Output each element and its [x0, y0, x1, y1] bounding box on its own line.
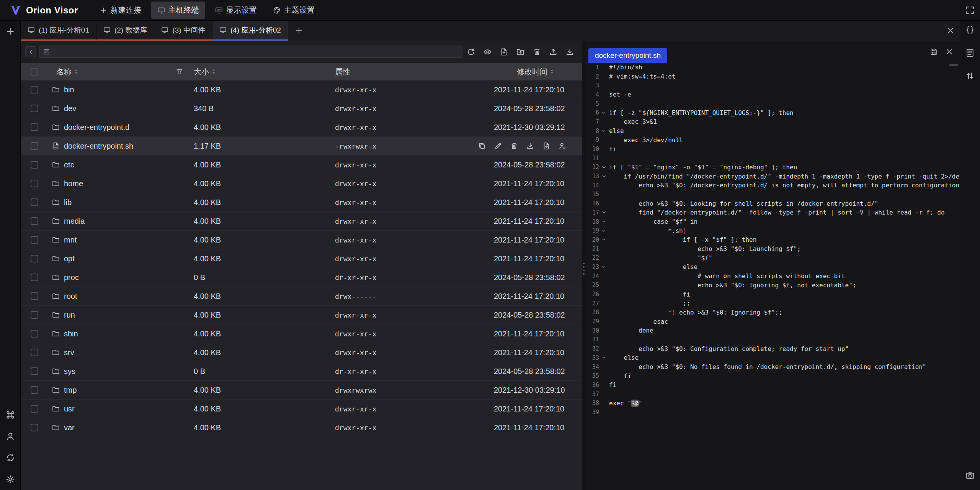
table-row[interactable]: usr4.00 KBdrwxr-xr-x2021-11-24 17:20:10: [21, 400, 582, 418]
code-line[interactable]: 38exec "$@": [586, 398, 960, 408]
code-line[interactable]: 20 if [ -x "$f" ]; then: [586, 235, 960, 244]
fold-chevron-down-icon[interactable]: [599, 237, 608, 242]
sort-name[interactable]: [75, 69, 78, 74]
terminal-tab-1[interactable]: (1) 应用-分析01: [21, 21, 96, 41]
trash-icon[interactable]: [533, 48, 541, 56]
row-checkbox[interactable]: [31, 424, 38, 431]
code-line[interactable]: 34 echo >&3 "$0: No files found in /dock…: [586, 362, 960, 372]
fold-chevron-down-icon[interactable]: [599, 228, 608, 233]
table-row[interactable]: opt4.00 KBdrwxr-xr-x2021-11-24 17:20:10: [21, 249, 582, 268]
table-row[interactable]: docker-entrypoint.sh1.17 KB-rwxrwxr-x: [21, 137, 582, 156]
table-row[interactable]: docker-entrypoint.d4.00 KBdrwxr-xr-x2021…: [21, 118, 582, 137]
code-line[interactable]: 17 find "/docker-entrypoint.d/" -follow …: [586, 208, 960, 217]
row-checkbox[interactable]: [31, 123, 38, 131]
terminal-tab-4[interactable]: (4) 应用-分析02: [212, 21, 288, 41]
row-checkbox[interactable]: [31, 367, 38, 375]
table-row[interactable]: bin4.00 KBdrwxr-xr-x2021-11-24 17:20:10: [21, 80, 582, 99]
doclist-icon[interactable]: [965, 48, 975, 57]
code-line[interactable]: 24 # warn on shell scripts without exec …: [586, 272, 960, 281]
code-line[interactable]: 33 else: [586, 353, 960, 362]
folder-plus-icon[interactable]: [516, 48, 524, 56]
table-row[interactable]: dev340 Bdrwxr-xr-x2024-05-28 23:58:02: [21, 99, 582, 118]
fold-chevron-down-icon[interactable]: [599, 210, 608, 215]
braces-icon[interactable]: [965, 25, 975, 34]
code-line[interactable]: 21 echo >&3 "$0: Launching $f";: [586, 244, 960, 254]
row-checkbox[interactable]: [31, 217, 38, 225]
upload-icon[interactable]: [549, 48, 557, 56]
code-line[interactable]: 16 echo >&3 "$0: Looking for shell scrip…: [586, 199, 960, 208]
new-tab-icon[interactable]: [295, 27, 303, 34]
fold-chevron-down-icon[interactable]: [599, 165, 608, 170]
code-line[interactable]: 18 case "$f" in: [586, 217, 960, 226]
sync-icon[interactable]: [6, 453, 15, 462]
code-line[interactable]: 11: [586, 154, 960, 163]
row-checkbox[interactable]: [31, 198, 38, 206]
table-row[interactable]: sys0 Bdr-xr-xr-x2024-05-28 23:58:02: [21, 362, 582, 381]
row-checkbox[interactable]: [31, 405, 38, 413]
code-line[interactable]: 25 echo >&3 "$0: Ignoring $f, not execut…: [586, 281, 960, 290]
path-tree-icon[interactable]: [43, 49, 50, 55]
row-checkbox[interactable]: [31, 311, 38, 319]
row-checkbox[interactable]: [31, 180, 38, 187]
row-checkbox[interactable]: [31, 236, 38, 244]
row-checkbox[interactable]: [31, 386, 38, 394]
code-line[interactable]: 14 echo >&3 "$0: /docker-entrypoint.d/ i…: [586, 181, 960, 190]
refresh-icon[interactable]: [467, 48, 475, 56]
command-icon[interactable]: [6, 410, 15, 420]
table-row[interactable]: var4.00 KBdrwxr-xr-x2021-11-24 17:20:10: [21, 418, 582, 437]
row-checkbox[interactable]: [31, 105, 38, 112]
nav-item-theme-settings[interactable]: 主题设置: [267, 2, 321, 19]
code-line[interactable]: 10fi: [586, 144, 960, 154]
code-line[interactable]: 37: [586, 390, 960, 399]
table-row[interactable]: media4.00 KBdrwxr-xr-x2021-11-24 17:20:1…: [21, 212, 582, 231]
sort-size[interactable]: [212, 69, 215, 74]
row-checkbox[interactable]: [31, 161, 38, 169]
eye-icon[interactable]: [483, 48, 492, 56]
code-line[interactable]: 1#!/bin/sh: [586, 63, 960, 72]
code-line[interactable]: 13 if /usr/bin/find "/docker-entrypoint.…: [586, 172, 960, 181]
sort-mtime[interactable]: [550, 69, 554, 74]
code-line[interactable]: 7 exec 3>&1: [586, 117, 960, 126]
table-row[interactable]: sbin4.00 KBdrwxr-xr-x2021-11-24 17:20:10: [21, 324, 582, 343]
code-line[interactable]: 23 else: [586, 262, 960, 272]
table-row[interactable]: tmp4.00 KBdrwxrwxrwx2021-12-30 03:29:10: [21, 381, 582, 400]
user-icon[interactable]: [6, 432, 15, 441]
code-line[interactable]: 2# vim:sw=4:ts=4:et: [586, 72, 960, 81]
back-button[interactable]: [25, 46, 36, 57]
editor-file-tab[interactable]: docker-entrypoint.sh: [588, 48, 667, 63]
code-line[interactable]: 28 *) echo >&3 "$0: Ignoring $f";;: [586, 308, 960, 317]
close-icon[interactable]: [946, 48, 953, 56]
copy-icon[interactable]: [478, 142, 486, 150]
code-line[interactable]: 35 fi: [586, 371, 960, 380]
row-checkbox[interactable]: [31, 274, 38, 281]
row-checkbox[interactable]: [31, 349, 38, 356]
code-line[interactable]: 5: [586, 99, 960, 108]
nav-item-display-settings[interactable]: 显示设置: [209, 2, 263, 19]
camera-icon[interactable]: [965, 471, 975, 480]
code-line[interactable]: 3: [586, 81, 960, 90]
code-line[interactable]: 29 esac: [586, 317, 960, 326]
filter-icon[interactable]: [176, 68, 183, 75]
code-line[interactable]: 6if [ -z "${NGINX_ENTRYPOINT_QUIET_LOGS:…: [586, 108, 960, 117]
row-checkbox[interactable]: [31, 330, 38, 338]
code-line[interactable]: 31: [586, 335, 960, 344]
code-line[interactable]: 26 fi: [586, 290, 960, 299]
code-line[interactable]: 22 "$f": [586, 253, 960, 262]
table-row[interactable]: mnt4.00 KBdrwxr-xr-x2021-11-24 17:20:10: [21, 231, 582, 249]
nav-item-new-connection[interactable]: 新建连接: [93, 2, 147, 19]
table-row[interactable]: home4.00 KBdrwxr-xr-x2021-11-24 17:20:10: [21, 174, 582, 193]
code-line[interactable]: 30 done: [586, 326, 960, 335]
row-checkbox[interactable]: [31, 255, 38, 262]
code-line[interactable]: 8else: [586, 126, 960, 136]
path-input[interactable]: [53, 48, 458, 56]
fullscreen-icon[interactable]: [965, 6, 975, 15]
code-line[interactable]: 19 *.sh): [586, 226, 960, 235]
tabbar-close-icon[interactable]: [947, 27, 954, 34]
delete-icon[interactable]: [510, 142, 518, 150]
terminal-tab-2[interactable]: (2) 数据库: [96, 21, 155, 41]
code-line[interactable]: 4set -e: [586, 90, 960, 99]
save-icon[interactable]: [930, 48, 938, 56]
code-line[interactable]: 36fi: [586, 380, 960, 390]
code-line[interactable]: 12if [ "$1" = "nginx" -o "$1" = "nginx-d…: [586, 163, 960, 172]
code-line[interactable]: 9 exec 3>/dev/null: [586, 136, 960, 145]
